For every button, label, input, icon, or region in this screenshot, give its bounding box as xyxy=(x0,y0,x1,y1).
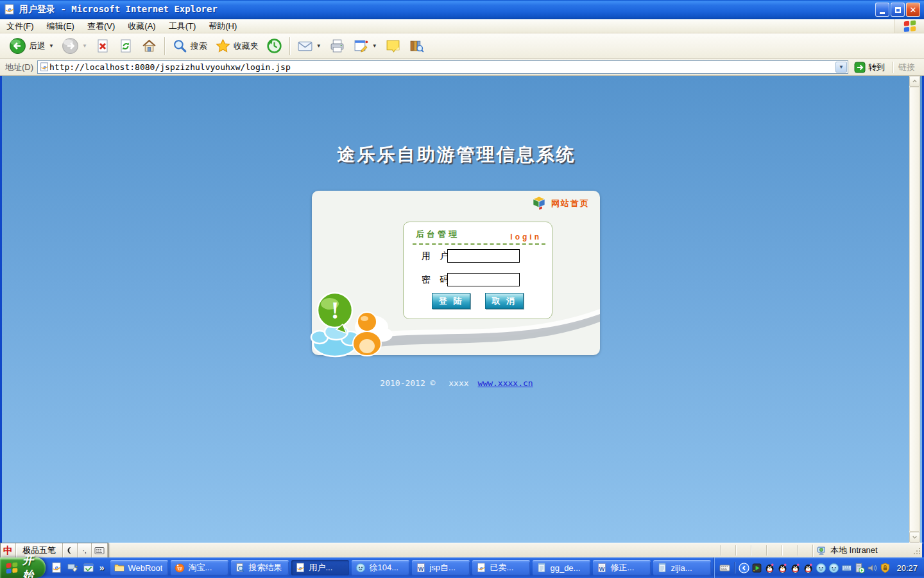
refresh-button[interactable] xyxy=(114,36,137,57)
close-button[interactable]: ✕ xyxy=(906,3,920,17)
taskbar-task-button[interactable]: WebRoot xyxy=(110,560,168,575)
research-button[interactable] xyxy=(405,35,429,57)
desktop: e 用户登录 - Microsoft Internet Explorer ✕ 文… xyxy=(0,0,924,578)
title-bar: e 用户登录 - Microsoft Internet Explorer ✕ xyxy=(0,0,924,19)
outlook-express-icon[interactable] xyxy=(83,562,94,574)
taskbar-task-button[interactable]: gg_de... xyxy=(533,560,590,575)
go-arrow-icon xyxy=(854,62,866,73)
task-label: 用户... xyxy=(309,562,332,574)
qq-penguin-icon[interactable] xyxy=(777,563,788,574)
ime-keyboard-icon[interactable] xyxy=(841,563,852,574)
resize-grip[interactable] xyxy=(912,545,922,557)
scrollbar-thumb[interactable] xyxy=(909,87,920,532)
menu-item[interactable]: 工具(T) xyxy=(162,19,203,33)
search-button[interactable]: 搜索 xyxy=(168,35,211,57)
qq-penguin-icon[interactable] xyxy=(764,563,775,574)
task-label: 搜索结果 xyxy=(248,562,282,574)
qq-contact-icon[interactable] xyxy=(828,563,839,574)
back-button[interactable]: 后退 ▼ xyxy=(5,35,58,57)
menu-item[interactable]: 帮助(H) xyxy=(202,19,243,33)
login-button[interactable]: 登 陆 xyxy=(432,293,470,309)
ie-quicklaunch-icon[interactable]: e xyxy=(51,562,62,574)
hide-icons-chevron[interactable] xyxy=(739,563,749,574)
refresh-icon xyxy=(118,39,133,54)
stop-button[interactable] xyxy=(91,36,114,57)
menu-items: 文件(F)编辑(E)查看(V)收藏(A)工具(T)帮助(H) xyxy=(0,19,243,33)
password-input[interactable] xyxy=(447,273,520,286)
links-label[interactable]: 链接 xyxy=(896,62,921,73)
address-bar: 地址(D) e ▼ 转到 链接 xyxy=(0,59,924,76)
task-buttons: WebRoot淘宝...搜索结果e用户...徐104...Wjsp自...e已卖… xyxy=(110,560,714,575)
status-cell xyxy=(735,545,751,556)
forward-dropdown-icon: ▼ xyxy=(82,43,87,49)
menu-item[interactable]: 收藏(A) xyxy=(121,19,162,33)
status-cell xyxy=(720,545,735,556)
print-button[interactable] xyxy=(325,35,349,57)
ie-icon: e xyxy=(476,563,486,573)
address-dropdown-button[interactable]: ▼ xyxy=(835,62,847,73)
menu-item[interactable]: 文件(F) xyxy=(0,19,40,33)
toolbar-separator xyxy=(164,37,165,55)
quicklaunch-overflow-icon[interactable]: » xyxy=(99,563,105,573)
taskbar: 开始 e » WebRoot淘宝...搜索结果e用户...徐104...Wjsp… xyxy=(0,557,924,578)
tray-separator xyxy=(734,562,735,574)
keyboard-layout-icon[interactable] xyxy=(719,563,730,574)
window-title: 用户登录 - Microsoft Internet Explorer xyxy=(19,4,218,15)
footer-link[interactable]: www.xxxx.cn xyxy=(478,378,533,388)
menu-item[interactable]: 编辑(E) xyxy=(40,19,81,33)
taskbar-task-button[interactable]: 徐104... xyxy=(352,560,409,575)
minimize-icon xyxy=(880,12,885,14)
page-title: 途乐乐自助游管理信息系统 xyxy=(2,143,911,167)
volume-icon[interactable] xyxy=(867,563,878,574)
qq-face-icon xyxy=(355,563,366,573)
ime-punctuation-icon[interactable]: ·, xyxy=(78,543,92,557)
history-button[interactable] xyxy=(262,35,286,57)
taskbar-task-button[interactable]: e用户... xyxy=(291,560,349,575)
home-icon xyxy=(141,38,157,54)
windows-logo-icon xyxy=(894,19,924,33)
ime-fullhalf-moon-icon[interactable] xyxy=(63,543,78,557)
intranet-icon xyxy=(817,546,827,556)
taskbar-task-button[interactable]: 淘宝... xyxy=(171,560,228,575)
go-button[interactable]: 转到 xyxy=(851,61,890,74)
start-button[interactable]: 开始 xyxy=(0,557,46,578)
scroll-down-button[interactable] xyxy=(909,532,920,543)
qq-penguin-icon[interactable] xyxy=(790,563,801,574)
svg-text:e: e xyxy=(480,565,483,572)
forward-button[interactable]: ▼ xyxy=(58,35,91,57)
qq-penguin-icon[interactable] xyxy=(803,563,814,574)
task-label: 修正... xyxy=(610,562,634,574)
maximize-button[interactable] xyxy=(891,3,905,17)
login-form: 后台管理 login 用 户: 密 码: 登 陆 取 消 xyxy=(403,222,552,319)
history-icon xyxy=(266,38,282,54)
show-desktop-icon[interactable] xyxy=(67,562,78,574)
home-button[interactable] xyxy=(137,35,161,57)
security-zone: 本地 Intranet xyxy=(812,545,912,557)
edit-button[interactable]: ▼ xyxy=(349,35,381,57)
security-icon[interactable] xyxy=(880,563,891,574)
mail-button[interactable]: ▼ xyxy=(293,35,325,57)
menu-item[interactable]: 查看(V) xyxy=(81,19,121,33)
folder-icon xyxy=(114,563,124,573)
toolbar-separator xyxy=(289,37,290,55)
qq-contact-icon[interactable] xyxy=(816,563,826,574)
browser-viewport: 途乐乐自助游管理信息系统 网站首页 xyxy=(0,76,924,543)
taskbar-task-button[interactable]: W修正... xyxy=(593,560,651,575)
taskbar-task-button[interactable]: e已卖... xyxy=(472,560,530,575)
taskbar-task-button[interactable]: Wjsp自... xyxy=(412,560,470,575)
scroll-up-button[interactable] xyxy=(909,76,920,87)
taskbar-task-button[interactable]: zijia... xyxy=(653,560,711,575)
ime-chinese-icon[interactable]: 中 xyxy=(1,543,16,557)
site-home-link[interactable]: 网站首页 xyxy=(532,196,590,211)
cancel-button[interactable]: 取 消 xyxy=(485,293,524,309)
minimize-button[interactable] xyxy=(875,3,889,17)
discuss-button[interactable] xyxy=(381,35,405,57)
taskbar-task-button[interactable]: 搜索结果 xyxy=(231,560,289,575)
address-input[interactable] xyxy=(49,62,835,73)
media-player-icon[interactable] xyxy=(751,563,762,574)
favorites-button[interactable]: 收藏夹 xyxy=(211,35,262,57)
svg-text:e: e xyxy=(8,5,12,14)
ime-softkeyboard-icon[interactable] xyxy=(92,543,108,557)
username-input[interactable] xyxy=(447,249,520,263)
media-server-icon[interactable] xyxy=(854,563,865,574)
